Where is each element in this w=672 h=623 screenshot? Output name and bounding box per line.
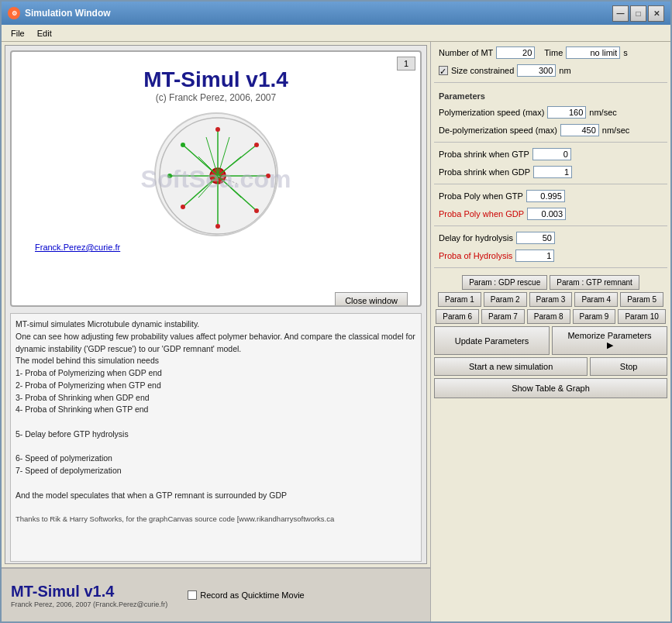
params-label: Parameters	[434, 90, 667, 102]
quicktime-area: Record as Quicktime Movie	[188, 590, 305, 600]
param-6-10-row: Param 6 Param 7 Param 8 Param 9 Param 10	[434, 309, 667, 324]
delay-hydrolysis-label: Delay for hydrolysis	[439, 233, 513, 243]
param8-button[interactable]: Param 8	[527, 309, 570, 324]
param6-button[interactable]: Param 6	[436, 309, 479, 324]
proba-poly-gdp-row: Proba Poly when GDP	[434, 206, 667, 222]
size-constrained-input[interactable]	[517, 64, 556, 77]
size-constrained-label: Size constrained	[451, 66, 514, 75]
delay-hydrolysis-input[interactable]	[516, 232, 555, 244]
depoly-speed-input[interactable]	[560, 124, 599, 136]
proba-poly-gtp-input[interactable]	[526, 190, 565, 202]
poly-speed-unit: nm/sec	[589, 108, 616, 117]
proba-hydrolysis-row: Proba of Hydrolysis	[434, 248, 667, 263]
description-area: MT-simul simulates Microtubule dynamic i…	[10, 313, 422, 562]
divider-4	[434, 225, 667, 226]
proba-shrink-gtp-input[interactable]	[532, 148, 571, 160]
proba-poly-gdp-input[interactable]	[527, 208, 566, 220]
svg-line-15	[183, 145, 218, 176]
tab-number[interactable]: 1	[397, 57, 415, 71]
svg-point-14	[167, 174, 172, 178]
quicktime-label: Record as Quicktime Movie	[200, 590, 305, 600]
time-label: Time	[544, 48, 563, 57]
proba-poly-gtp-row: Proba Poly when GTP	[434, 188, 667, 204]
param4-button[interactable]: Param 4	[574, 292, 618, 307]
main-window: ⚙ Simulation Window — □ ✕ File Edit Soft…	[0, 0, 672, 623]
email-link[interactable]: Franck.Perez@curie.fr	[35, 243, 120, 252]
depoly-speed-label: De-polymerization speed (max)	[439, 126, 557, 135]
title-bar: ⚙ Simulation Window — □ ✕	[2, 2, 670, 25]
title-buttons: — □ ✕	[612, 5, 664, 22]
close-window-button[interactable]: Close window	[335, 292, 408, 307]
menu-bar: File Edit	[2, 25, 670, 42]
time-input[interactable]	[566, 46, 620, 59]
proba-hydrolysis-input[interactable]	[515, 250, 554, 262]
svg-line-20	[198, 176, 218, 198]
svg-line-11	[183, 176, 218, 207]
bottom-app-subtitle: Franck Perez, 2006, 2007 (Franck.Perez@c…	[11, 601, 167, 608]
memorize-parameters-button[interactable]: Memorize Parameters ▶	[552, 326, 667, 355]
close-button[interactable]: ✕	[648, 5, 664, 22]
mt-canvas-area	[154, 112, 278, 236]
param-1-5-row: Param 1 Param 2 Param 3 Param 4 Param 5	[434, 292, 667, 307]
divider-5	[434, 267, 667, 268]
mt-visualization	[156, 114, 278, 236]
num-mt-label: Number of MT	[439, 48, 493, 57]
param5-button[interactable]: Param 5	[620, 292, 663, 307]
simulation-area: SoftSea.com 1 MT-Simul v1.4 (c) Franck P…	[5, 45, 427, 564]
divider-3	[434, 184, 667, 184]
show-table-row: Show Table & Graph	[434, 378, 667, 398]
app-copyright: (c) Franck Perez, 2006, 2007	[156, 92, 276, 103]
depoly-speed-row: De-polymerization speed (max) nm/sec	[434, 122, 667, 138]
proba-hydrolysis-label: Proba of Hydrolysis	[439, 251, 512, 260]
svg-point-10	[215, 224, 220, 229]
poly-speed-input[interactable]	[547, 106, 586, 119]
svg-point-8	[254, 208, 259, 213]
show-table-button[interactable]: Show Table & Graph	[434, 378, 667, 398]
divider-2	[434, 142, 667, 143]
maximize-button[interactable]: □	[630, 5, 646, 22]
size-constrained-checkbox[interactable]: ✓	[439, 66, 448, 75]
minimize-button[interactable]: —	[612, 5, 629, 22]
svg-line-17	[218, 157, 241, 176]
sim-inner: SoftSea.com 1 MT-Simul v1.4 (c) Franck P…	[10, 50, 422, 307]
svg-point-2	[215, 127, 220, 132]
poly-speed-row: Polymerization speed (max) nm/sec	[434, 105, 667, 120]
proba-shrink-gtp-label: Proba shrink when GTP	[439, 150, 529, 159]
param9-button[interactable]: Param 9	[573, 309, 616, 324]
main-content: SoftSea.com 1 MT-Simul v1.4 (c) Franck P…	[2, 42, 670, 621]
param-gtp-remnant-button[interactable]: Param : GTP remnant	[550, 275, 639, 290]
param3-button[interactable]: Param 3	[529, 292, 573, 307]
start-simulation-button[interactable]: Start a new simulation	[434, 357, 588, 376]
stop-button[interactable]: Stop	[590, 357, 667, 376]
update-memorize-row: Update Parameters Memorize Parameters ▶	[434, 326, 667, 355]
menu-file[interactable]: File	[5, 27, 31, 40]
time-unit: s	[623, 48, 628, 57]
param10-button[interactable]: Param 10	[618, 309, 665, 324]
svg-point-16	[181, 143, 185, 147]
svg-point-4	[254, 143, 259, 147]
mt-time-row: Number of MT Time s	[434, 45, 667, 60]
svg-line-19	[218, 176, 241, 198]
param2-button[interactable]: Param 2	[484, 292, 527, 307]
proba-shrink-gdp-label: Proba shrink when GDP	[439, 167, 530, 177]
update-parameters-button[interactable]: Update Parameters	[434, 326, 550, 355]
poly-speed-label: Polymerization speed (max)	[439, 108, 544, 117]
num-mt-input[interactable]	[496, 46, 535, 59]
window-title: Simulation Window	[25, 8, 612, 19]
param-gdp-rescue-button[interactable]: Param : GDP rescue	[462, 275, 547, 290]
size-constrained-unit: nm	[559, 66, 570, 75]
right-panel: Number of MT Time s ✓ Size constrained n…	[430, 42, 670, 621]
param-buttons-section: Param : GDP rescue Param : GTP remnant P…	[434, 275, 667, 398]
proba-shrink-gdp-input[interactable]	[533, 166, 572, 178]
left-panel: SoftSea.com 1 MT-Simul v1.4 (c) Franck P…	[2, 42, 430, 621]
menu-edit[interactable]: Edit	[31, 27, 58, 40]
quicktime-checkbox[interactable]	[188, 590, 197, 600]
proba-poly-gdp-label: Proba Poly when GDP	[439, 209, 524, 219]
bottom-app-title: MT-Simul v1.4	[11, 583, 167, 601]
bottom-logo: MT-Simul v1.4 Franck Perez, 2006, 2007 (…	[11, 583, 167, 608]
size-constrained-row: ✓ Size constrained nm	[434, 63, 667, 78]
delay-hydrolysis-row: Delay for hydrolysis	[434, 230, 667, 246]
proba-poly-gtp-label: Proba Poly when GTP	[439, 191, 523, 201]
param1-button[interactable]: Param 1	[438, 292, 481, 307]
param7-button[interactable]: Param 7	[481, 309, 525, 324]
